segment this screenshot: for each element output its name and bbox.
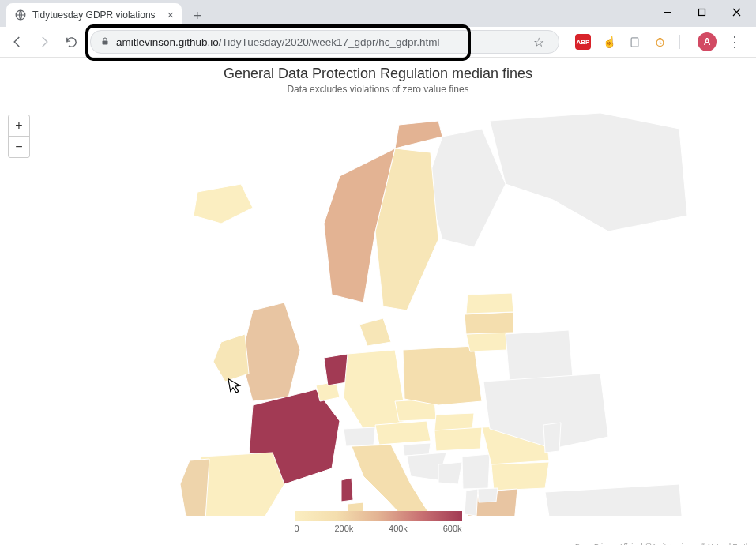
new-tab-button[interactable]: + bbox=[186, 5, 209, 27]
reload-button[interactable] bbox=[60, 31, 82, 53]
url-path: /TidyTuesday/2020/week17_gdpr/hc_gdpr.ht… bbox=[219, 36, 440, 48]
extension-clock-icon[interactable] bbox=[653, 35, 667, 49]
country-moldova[interactable] bbox=[543, 423, 561, 453]
legend-tick-1: 200k bbox=[334, 524, 353, 533]
extension-doc-icon[interactable] bbox=[627, 35, 641, 49]
country-lithuania[interactable] bbox=[466, 332, 507, 351]
country-portugal[interactable] bbox=[180, 459, 209, 516]
country-bulgaria[interactable] bbox=[491, 462, 549, 490]
svg-rect-5 bbox=[103, 40, 108, 44]
chart-subtitle: Data excludes violations of zero value f… bbox=[0, 84, 756, 95]
country-bosnia[interactable] bbox=[438, 462, 462, 484]
country-denmark[interactable] bbox=[359, 318, 391, 346]
legend-tick-0: 0 bbox=[295, 524, 299, 533]
bookmark-star-icon[interactable]: ☆ bbox=[533, 35, 549, 50]
country-germany[interactable] bbox=[344, 350, 407, 429]
country-turkey[interactable] bbox=[545, 484, 683, 516]
toolbar-divider bbox=[679, 35, 680, 49]
country-switzerland[interactable] bbox=[344, 427, 375, 446]
country-uk[interactable] bbox=[241, 303, 300, 401]
svg-rect-6 bbox=[631, 37, 638, 46]
titlebar: Tidytuesday GDPR violations × + bbox=[0, 0, 756, 27]
address-bar[interactable]: amitlevinson.github.io/TidyTuesday/2020/… bbox=[90, 30, 559, 54]
country-albania[interactable] bbox=[465, 489, 478, 516]
country-belarus[interactable] bbox=[506, 330, 573, 382]
country-iceland[interactable] bbox=[194, 184, 253, 224]
country-serbia[interactable] bbox=[462, 454, 490, 489]
country-france-corsica[interactable] bbox=[341, 478, 353, 502]
country-macedonia[interactable] bbox=[478, 488, 498, 502]
url-host: amitlevinson.github.io bbox=[116, 36, 219, 48]
country-norway-north[interactable] bbox=[395, 121, 442, 148]
browser-tab[interactable]: Tidytuesday GDPR violations × bbox=[6, 3, 182, 27]
chart-title: General Data Protection Regulation media… bbox=[0, 66, 756, 82]
forward-button[interactable] bbox=[33, 31, 55, 53]
globe-icon bbox=[14, 9, 27, 21]
country-ireland[interactable] bbox=[213, 334, 249, 382]
kebab-menu-icon[interactable]: ⋮ bbox=[728, 35, 742, 49]
lock-icon bbox=[100, 36, 110, 48]
country-poland[interactable] bbox=[403, 346, 482, 405]
europe-map-svg bbox=[0, 105, 756, 516]
adblock-icon[interactable]: ABP bbox=[575, 34, 591, 50]
country-russia[interactable] bbox=[490, 113, 687, 231]
legend-tick-3: 600k bbox=[443, 524, 462, 533]
country-finland[interactable] bbox=[427, 129, 506, 247]
country-hungary[interactable] bbox=[434, 427, 482, 451]
adblock-label: ABP bbox=[577, 39, 590, 46]
back-button[interactable] bbox=[6, 31, 28, 53]
window-close-button[interactable] bbox=[720, 2, 753, 22]
color-legend: 0 200k 400k 600k bbox=[295, 511, 462, 533]
extension-hand-icon[interactable]: ☝ bbox=[602, 35, 616, 49]
country-latvia[interactable] bbox=[465, 312, 513, 334]
legend-gradient bbox=[295, 511, 462, 521]
page-content: General Data Protection Regulation media… bbox=[0, 66, 756, 545]
legend-tick-2: 400k bbox=[389, 524, 408, 533]
svg-rect-2 bbox=[698, 9, 705, 15]
map-area[interactable] bbox=[0, 105, 756, 516]
browser-toolbar: amitlevinson.github.io/TidyTuesday/2020/… bbox=[0, 27, 756, 58]
tab-title: Tidytuesday GDPR violations bbox=[32, 9, 156, 21]
window-maximize-button[interactable] bbox=[685, 2, 718, 22]
tab-close-icon[interactable]: × bbox=[167, 9, 174, 21]
avatar-letter: A bbox=[704, 36, 711, 47]
country-estonia[interactable] bbox=[466, 293, 513, 314]
profile-avatar[interactable]: A bbox=[698, 32, 717, 51]
country-austria[interactable] bbox=[375, 421, 431, 445]
address-text: amitlevinson.github.io/TidyTuesday/2020/… bbox=[116, 36, 440, 48]
window-minimize-button[interactable] bbox=[650, 2, 683, 22]
